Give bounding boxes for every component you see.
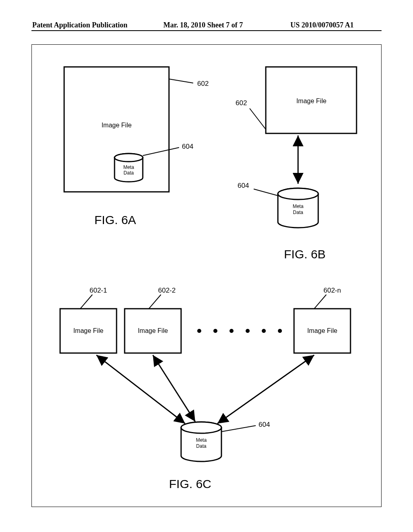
meta-line2-6b: Data [293, 210, 303, 215]
refnum-602-n: 602-n [323, 287, 341, 294]
drawing-area: Image File Meta Data 602 604 FIG. 6A [31, 44, 382, 507]
refnum-604-6a: 604 [182, 143, 193, 150]
imagefile-label-6c-1: Image File [73, 327, 104, 334]
svg-point-11 [181, 422, 221, 433]
refnum-604-6b: 604 [238, 182, 249, 189]
leadline-602-n [314, 295, 326, 309]
leadline-602-6b [250, 108, 266, 129]
link-arrow-6c-1 [96, 355, 185, 424]
refnum-602-2: 602-2 [158, 287, 175, 294]
fig-6c: Image File Image File Image File 602-1 [60, 287, 350, 490]
svg-point-9 [278, 329, 282, 333]
figure-svg: Image File Meta Data 602 604 FIG. 6A [32, 45, 381, 507]
refnum-602-1: 602-1 [90, 287, 107, 294]
link-arrow-6c-n [217, 355, 314, 424]
imagefile-label-6c-2: Image File [138, 327, 168, 334]
ellipsis-6c [197, 329, 282, 333]
svg-point-8 [262, 329, 266, 333]
svg-point-7 [246, 329, 250, 333]
caption-6a: FIG. 6A [94, 213, 136, 227]
caption-6c: FIG. 6C [169, 477, 211, 490]
fig-6a: Image File Meta Data 602 604 FIG. 6A [64, 67, 209, 227]
svg-point-3 [278, 188, 318, 200]
header-pubnum: US 2010/0070057 A1 [290, 21, 354, 29]
leadline-604-6b [254, 189, 279, 196]
meta-line2-6c: Data [196, 443, 206, 449]
refnum-602-6a: 602 [197, 80, 209, 87]
leadline-604-6a [143, 148, 179, 156]
leadline-602-6a [169, 79, 193, 83]
refnum-604-6c: 604 [259, 421, 270, 428]
meta-line1-6c: Meta [196, 437, 207, 443]
meta-line1-6b: Meta [293, 204, 304, 209]
refnum-602-6b: 602 [236, 99, 247, 107]
header-date-sheet: Mar. 18, 2010 Sheet 7 of 7 [163, 21, 243, 29]
svg-point-4 [197, 329, 201, 333]
header-rule [31, 30, 382, 31]
leadline-602-2 [149, 295, 161, 309]
imagefile-label-6c-n: Image File [307, 327, 338, 334]
header-publication: Patent Application Publication [32, 21, 127, 29]
imagefile-label-6a: Image File [102, 122, 132, 129]
leadline-602-1 [80, 295, 92, 309]
meta-line1-6a: Meta [123, 164, 134, 170]
link-arrow-6c-2 [153, 355, 195, 422]
svg-point-5 [213, 329, 217, 333]
imagefile-label-6b: Image File [296, 98, 327, 104]
patent-page: Patent Application Publication Mar. 18, … [0, 0, 413, 532]
svg-point-6 [229, 329, 234, 333]
fig-6b: Image File 602 Meta Data 604 FIG [236, 67, 357, 261]
meta-line2-6a: Data [123, 170, 134, 176]
caption-6b: FIG. 6B [284, 247, 325, 261]
leadline-604-6c [221, 426, 256, 432]
svg-point-1 [115, 154, 143, 162]
